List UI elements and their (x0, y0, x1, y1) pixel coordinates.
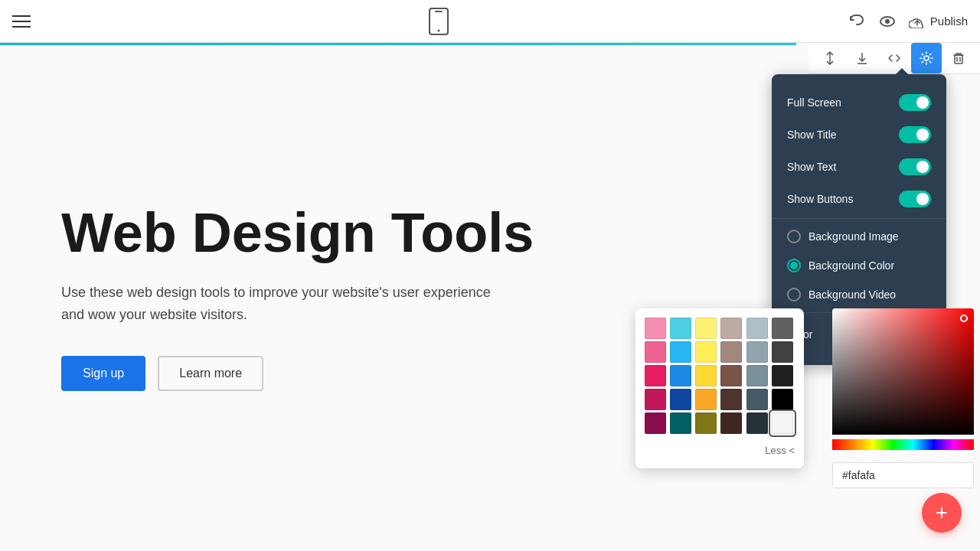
delete-button[interactable] (943, 43, 974, 73)
svg-point-9 (924, 56, 929, 60)
phone-icon (428, 8, 449, 35)
full-screen-toggle[interactable] (899, 94, 931, 111)
palette-swatch[interactable] (720, 389, 742, 410)
bg-color-row[interactable]: Background Color (772, 251, 946, 280)
show-buttons-label: Show Buttons (787, 193, 853, 205)
show-title-toggle[interactable] (899, 126, 931, 143)
palette-swatch[interactable] (670, 412, 691, 434)
sub-toolbar (808, 43, 980, 74)
bg-color-radio-fill (790, 262, 798, 269)
palette-grid (645, 318, 795, 434)
hex-input-container (832, 462, 974, 488)
settings-button[interactable] (911, 43, 942, 73)
color-palette: Less < (635, 308, 804, 468)
undo-icon[interactable] (848, 12, 866, 31)
palette-swatch[interactable] (772, 341, 793, 363)
hero-text: Use these web design tools to improve yo… (61, 282, 505, 326)
hex-input[interactable] (832, 462, 974, 488)
top-bar-left (12, 15, 31, 28)
top-bar-center (428, 8, 449, 35)
learn-more-button[interactable]: Learn more (158, 356, 263, 391)
top-bar-right: Publish (848, 12, 968, 31)
palette-swatch[interactable] (720, 318, 742, 339)
palette-swatch[interactable] (720, 412, 742, 434)
show-text-row: Show Text (772, 151, 946, 183)
svg-point-4 (885, 19, 890, 24)
fab-add-button[interactable]: + (922, 493, 962, 533)
palette-swatch[interactable] (645, 365, 666, 386)
palette-swatch[interactable] (645, 389, 666, 410)
palette-swatch[interactable] (695, 412, 717, 434)
gradient-cursor (960, 315, 968, 322)
palette-swatch[interactable] (645, 412, 666, 434)
bg-image-label: Background Image (808, 230, 899, 243)
hero-title: Web Design Tools (61, 203, 534, 263)
signup-button[interactable]: Sign up (61, 356, 145, 391)
palette-swatch[interactable] (746, 389, 768, 410)
palette-swatch[interactable] (720, 365, 742, 386)
palette-swatch[interactable] (772, 318, 793, 339)
hue-bar[interactable] (832, 439, 974, 450)
palette-swatch[interactable] (670, 318, 691, 339)
show-text-label: Show Text (787, 161, 836, 173)
palette-swatch[interactable] (772, 412, 793, 434)
palette-swatch[interactable] (670, 341, 691, 363)
cloud-icon (909, 15, 926, 28)
hero-buttons: Sign up Learn more (61, 356, 534, 391)
accent-line (0, 43, 796, 45)
palette-swatch[interactable] (645, 318, 666, 339)
palette-swatch[interactable] (772, 389, 793, 410)
show-text-toggle[interactable] (899, 158, 931, 175)
bg-image-row[interactable]: Background Image (772, 222, 946, 251)
download-button[interactable] (847, 43, 877, 73)
bg-video-radio[interactable] (787, 288, 801, 302)
palette-swatch[interactable] (746, 412, 768, 434)
hero-content: Web Design Tools Use these web design to… (61, 203, 534, 392)
palette-swatch[interactable] (695, 318, 717, 339)
palette-swatch[interactable] (746, 318, 768, 339)
palette-swatch[interactable] (746, 341, 768, 363)
palette-swatch[interactable] (645, 341, 666, 363)
show-buttons-row: Show Buttons (772, 183, 946, 215)
gradient-canvas[interactable] (832, 308, 974, 435)
bg-color-radio[interactable] (787, 259, 801, 272)
palette-swatch[interactable] (720, 341, 742, 363)
less-button[interactable]: Less < (645, 442, 795, 459)
show-title-row: Show Title (772, 119, 946, 151)
publish-button[interactable]: Publish (909, 15, 968, 28)
show-buttons-toggle[interactable] (899, 191, 931, 207)
show-title-label: Show Title (787, 129, 837, 141)
palette-swatch[interactable] (695, 365, 717, 386)
bg-color-label: Background Color (808, 259, 894, 272)
svg-point-1 (438, 29, 440, 31)
bg-image-radio[interactable] (787, 230, 801, 243)
full-screen-label: Full Screen (787, 96, 841, 109)
palette-swatch[interactable] (772, 365, 793, 386)
palette-swatch[interactable] (670, 389, 691, 410)
full-screen-row: Full Screen (772, 86, 946, 119)
move-up-down-button[interactable] (815, 43, 845, 73)
svg-rect-10 (955, 55, 962, 64)
palette-swatch[interactable] (695, 389, 717, 410)
bg-video-row[interactable]: Background Video (772, 280, 946, 309)
palette-swatch[interactable] (695, 341, 717, 363)
palette-swatch[interactable] (746, 365, 768, 386)
top-bar: Publish (0, 0, 980, 43)
color-gradient-picker (832, 308, 974, 477)
eye-icon[interactable] (878, 12, 897, 31)
menu-icon[interactable] (12, 15, 31, 28)
bg-video-label: Background Video (808, 289, 896, 301)
palette-swatch[interactable] (670, 365, 691, 386)
